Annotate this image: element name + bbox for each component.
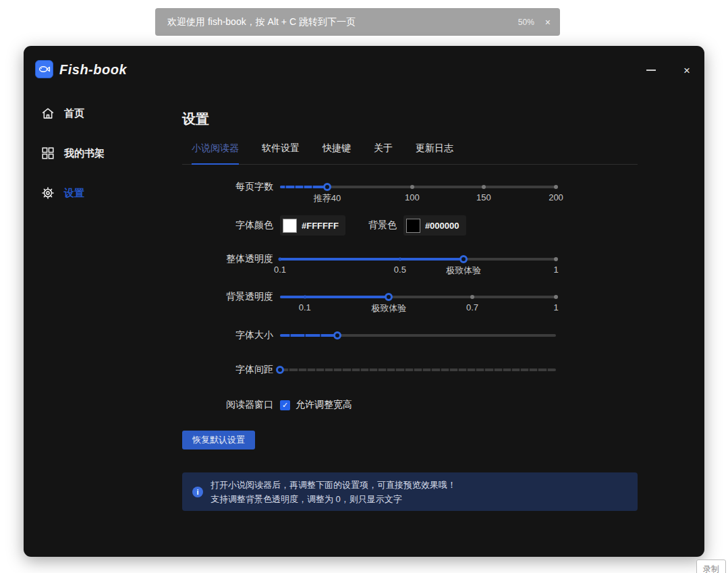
slider-tick <box>430 369 432 371</box>
slider-tick <box>341 369 343 371</box>
sidebar-item-label: 我的书架 <box>64 147 105 160</box>
background-opacity-slider[interactable]: 0.1极致体验0.71 <box>280 296 556 298</box>
slider-mark-dot <box>554 295 558 299</box>
background-opacity-label: 背景透明度 <box>182 291 273 303</box>
words-per-page-row: 每页字数推荐40100150200 <box>182 179 638 195</box>
close-button[interactable]: × <box>677 61 697 80</box>
slider-mark-label: 200 <box>549 192 563 202</box>
slider-tick <box>449 369 450 371</box>
background-color-picker[interactable]: #000000 <box>403 215 466 236</box>
tab-2[interactable]: 软件设置 <box>262 142 300 165</box>
page-title: 设置 <box>182 110 209 128</box>
slider-mark-label: 推荐40 <box>314 192 341 204</box>
slider-tick <box>422 369 423 371</box>
slider-tick <box>294 186 296 188</box>
resize-checkbox[interactable]: ✓ <box>280 400 290 410</box>
slider-fill <box>280 296 389 298</box>
overall-opacity-slider[interactable]: 0.10.5极致体验1 <box>280 258 556 261</box>
app-window: Fish-book × 首页 我的书架 设置 <box>24 46 704 557</box>
minimize-icon <box>646 70 656 71</box>
toast-close-icon[interactable]: × <box>545 18 551 27</box>
tab-4[interactable]: 关于 <box>374 142 393 165</box>
reader-window-label: 阅读器窗口 <box>182 399 273 411</box>
minimize-button[interactable] <box>641 61 661 80</box>
font-size-row: 字体大小 <box>182 327 638 344</box>
grid-icon <box>40 146 55 161</box>
slider-tick <box>298 369 299 371</box>
slider-tick <box>386 369 387 371</box>
slider-mark-label: 极致体验 <box>371 302 406 315</box>
overall-opacity-label: 整体透明度 <box>182 253 273 265</box>
slider-mark-dot <box>279 258 282 261</box>
font-color-picker[interactable]: #FFFFFF <box>280 215 345 236</box>
slider-tick <box>440 369 441 371</box>
record-button[interactable]: 录制 <box>696 560 726 573</box>
app-title: Fish-book <box>59 62 127 78</box>
words-per-page-slider[interactable]: 推荐40100150200 <box>280 186 556 188</box>
resize-checkbox-label: 允许调整宽高 <box>296 399 352 411</box>
sidebar-item-label: 首页 <box>64 107 84 120</box>
sidebar-item-bookshelf[interactable]: 我的书架 <box>40 144 105 163</box>
slider-mark-dot <box>554 257 558 261</box>
font-spacing-handle[interactable] <box>276 366 284 374</box>
background-opacity-handle[interactable] <box>385 293 393 301</box>
slider-tick <box>368 369 370 371</box>
slider-mark-label: 1 <box>553 302 558 312</box>
color-settings-row: 字体颜色 #FFFFFF 背景色 #000000 <box>182 215 638 236</box>
font-size-label: 字体大小 <box>182 329 273 342</box>
slider-mark-dot <box>554 185 558 189</box>
font-color-label: 字体颜色 <box>182 219 273 231</box>
reader-window-row: 阅读器窗口 ✓ 允许调整宽高 <box>182 398 638 412</box>
close-icon: × <box>683 65 690 76</box>
font-color-swatch <box>283 219 297 233</box>
info-text: 打开小说阅读器后，再调整下面的设置项，可直接预览效果哦！ 支持调整背景色透明度，… <box>211 478 456 506</box>
toast-progress: 50% <box>518 18 534 27</box>
font-spacing-slider[interactable] <box>280 369 556 371</box>
slider-tick <box>315 369 316 371</box>
slider-tick <box>502 369 503 371</box>
sidebar-item-home[interactable]: 首页 <box>40 104 84 123</box>
restore-defaults-button[interactable]: 恢复默认设置 <box>182 431 255 449</box>
background-color-label: 背景色 <box>368 219 397 231</box>
slider-tick <box>493 369 495 371</box>
slider-tick <box>466 369 468 371</box>
slider-tick <box>395 369 396 371</box>
overall-opacity-handle[interactable] <box>459 255 468 263</box>
background-color-value: #000000 <box>425 221 459 231</box>
slider-mark-dot <box>303 296 306 299</box>
slider-mark-label: 0.7 <box>466 302 478 312</box>
slider-mark-label: 100 <box>405 192 420 202</box>
slider-tick <box>304 334 306 337</box>
slider-fill <box>280 334 337 337</box>
slider-mark-dot <box>410 185 414 189</box>
slider-mark-label: 0.5 <box>394 265 406 275</box>
slider-tick <box>377 369 379 371</box>
slider-tick <box>547 369 548 371</box>
slider-tick <box>306 369 308 371</box>
slider-tick <box>404 369 405 371</box>
slider-tick <box>320 334 321 337</box>
info-banner: i 打开小说阅读器后，再调整下面的设置项，可直接预览效果哦！ 支持调整背景色透明… <box>182 472 638 511</box>
toast-message: 欢迎使用 fish-book，按 Alt + C 跳转到下一页 <box>167 16 518 28</box>
slider-tick <box>475 369 476 371</box>
tab-1[interactable]: 小说阅读器 <box>192 142 239 165</box>
slider-tick <box>333 369 334 371</box>
sidebar-item-settings[interactable]: 设置 <box>40 184 84 202</box>
words-per-page-handle[interactable] <box>323 183 331 191</box>
slider-tick <box>413 369 414 371</box>
slider-mark-dot <box>470 295 474 299</box>
settings-panel: 设置 小说阅读器软件设置快捷键关于更新日志 每页字数推荐40100150200 … <box>182 46 638 557</box>
tab-5[interactable]: 更新日志 <box>416 142 453 165</box>
slider-tick <box>288 369 289 371</box>
font-size-handle[interactable] <box>333 331 341 339</box>
slider-mark-label: 150 <box>476 192 491 202</box>
slider-tick <box>520 369 521 371</box>
slider-tick <box>528 369 530 371</box>
settings-tabs: 小说阅读器软件设置快捷键关于更新日志 <box>182 142 638 165</box>
font-color-value: #FFFFFF <box>302 221 339 231</box>
background-opacity-row: 背景透明度0.1极致体验0.71 <box>182 289 638 305</box>
font-size-slider[interactable] <box>280 334 556 337</box>
tab-3[interactable]: 快捷键 <box>323 142 351 165</box>
info-line-2: 支持调整背景色透明度，调整为 0，则只显示文字 <box>211 492 456 506</box>
gear-icon <box>40 186 55 200</box>
